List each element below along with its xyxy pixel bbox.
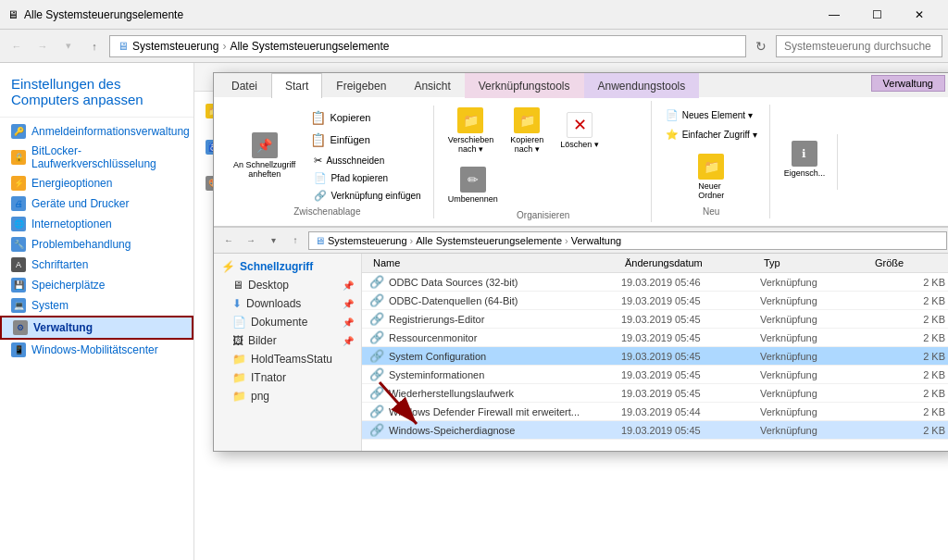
dokumente-pin: 📌 <box>343 317 354 328</box>
rename-button[interactable]: ✏ Umbenennen <box>442 162 505 208</box>
tab-datei[interactable]: Datei <box>218 73 271 98</box>
cp-item-bitlocker[interactable]: 🔒 BitLocker-Laufwerkverschlüsselung <box>0 142 193 173</box>
internet-icon: 🌐 <box>11 217 26 231</box>
tab-ansicht[interactable]: Ansicht <box>400 73 464 98</box>
sidebar-bilder[interactable]: 🖼 Bilder 📌 <box>214 331 361 350</box>
cut-button[interactable]: ✂ Ausschneiden <box>307 152 427 169</box>
window-icon: 🖥 <box>7 8 19 21</box>
new-buttons: 📄 Neues Element ▾ ⭐ Einfacher Zugriff ▾ … <box>659 106 764 205</box>
copy-to-icon: 📁 <box>514 107 540 133</box>
geraete-icon: 🖨 <box>11 196 26 211</box>
pin-button[interactable]: 📌 An Schnellzugriffanheften <box>227 128 302 183</box>
copy-to-button[interactable]: 📁 Kopierennach ▾ <box>504 103 550 158</box>
breadcrumb-icon: 🖥 <box>118 40 129 53</box>
sidebar-itnator[interactable]: 📁 ITnator <box>214 368 361 387</box>
cp-item-internet[interactable]: 🌐 Internetoptionen <box>0 214 193 234</box>
new-item-icon: 📄 <box>666 109 679 121</box>
col-type[interactable]: Typ <box>760 255 871 270</box>
search-input[interactable] <box>776 35 942 57</box>
exp-recent-btn[interactable]: ▾ <box>264 231 282 250</box>
new-item-button[interactable]: 📄 Neues Element ▾ <box>659 106 764 124</box>
file-row-odbc64[interactable]: 🔗 ODBC-Datenquellen (64-Bit) 19.03.2019 … <box>362 292 948 310</box>
recent-button[interactable]: ▾ <box>57 35 80 57</box>
delete-icon: ✕ <box>567 112 592 138</box>
copy-path-button[interactable]: 📄 Pfad kopieren <box>307 169 427 187</box>
bitlocker-icon: 🔒 <box>11 150 26 165</box>
tab-freigeben[interactable]: Freigeben <box>322 73 400 98</box>
file-row-odbc32[interactable]: 🔗 ODBC Data Sources (32-bit) 19.03.2019 … <box>362 273 948 292</box>
cp-item-verwaltung[interactable]: ⚙ Verwaltung <box>0 316 193 340</box>
easy-access-button[interactable]: ⭐ Einfacher Zugriff ▾ <box>659 126 764 143</box>
verwaltung-icon: ⚙ <box>13 320 28 335</box>
explorer-addr: ← → ▾ ↑ 🖥 Systemsteuerung › Alle Systems… <box>214 228 948 254</box>
paste-button[interactable]: 📋 Einfügen <box>304 130 427 150</box>
dokumente-icon: 📄 <box>232 316 246 329</box>
new-label: Neu <box>703 206 719 217</box>
file-row-sysconfig[interactable]: 🔗 System Configuration 19.03.2019 05:45 … <box>362 347 948 366</box>
exp-forward-button[interactable]: → <box>242 231 260 250</box>
sidebar-png[interactable]: 📁 png <box>214 387 361 405</box>
sidebar-downloads[interactable]: ⬇ Downloads 📌 <box>214 294 361 313</box>
file-row-sysinfo[interactable]: 🔗 Systeminformationen 19.03.2019 05:45 V… <box>362 366 948 384</box>
left-panel: Einstellungen des Computers anpassen 🔑 A… <box>0 63 194 560</box>
cp-item-speicher[interactable]: 💾 Speicherplätze <box>0 275 193 295</box>
new-folder-button[interactable]: 📁 NeuerOrdner <box>692 149 730 205</box>
sysconfig-icon: 🔗 <box>369 349 384 363</box>
sidebar-desktop[interactable]: 🖥 Desktop 📌 <box>214 276 361 294</box>
forward-button[interactable]: → <box>31 35 54 57</box>
cp-item-energie[interactable]: ⚡ Energieoptionen <box>0 173 193 193</box>
minimize-button[interactable]: — <box>813 0 855 30</box>
sidebar-holdteams[interactable]: 📁 HoldTeamsStatu <box>214 350 361 368</box>
address-path[interactable]: 🖥 Systemsteuerung › Alle Systemsteuerung… <box>109 35 746 57</box>
close-button[interactable]: ✕ <box>898 0 941 30</box>
paste-icon: 📋 <box>310 132 326 147</box>
cp-item-system[interactable]: 💻 System <box>0 295 193 316</box>
exp-up-button[interactable]: ↑ <box>286 231 305 250</box>
bilder-pin: 📌 <box>343 336 354 346</box>
tab-anwendungstools[interactable]: Anwendungstools <box>584 73 700 98</box>
col-size[interactable]: Größe <box>871 255 945 270</box>
back-button[interactable]: ← <box>6 35 28 57</box>
cp-item-problem[interactable]: 🔧 Problembehandlung <box>0 234 193 255</box>
cp-item-geraete[interactable]: 🖨 Geräte und Drucker <box>0 193 193 214</box>
copy-button[interactable]: 📋 Kopieren <box>304 107 427 128</box>
energie-icon: ⚡ <box>11 176 26 191</box>
address-bar: ← → ▾ ↑ 🖥 Systemsteuerung › Alle Systems… <box>0 30 948 63</box>
paste-link-button[interactable]: 🔗 Verknüpfung einfügen <box>307 187 427 205</box>
tab-verknupfungstools[interactable]: Verknüpfungstools <box>465 73 584 98</box>
ribbon-tabs: Datei Start Freigeben Ansicht Verknüpfun… <box>214 73 948 97</box>
cp-item-windows-mob[interactable]: 📱 Windows-Mobilitätscenter <box>0 340 193 360</box>
scissors-icon: ✂ <box>314 155 322 167</box>
properties-button[interactable]: ℹ Eigensch... <box>778 136 832 182</box>
regedit-icon: 🔗 <box>369 312 384 326</box>
col-date[interactable]: Änderungsdatum <box>621 255 760 270</box>
file-row-recovery[interactable]: 🔗 Wiederherstellungslaufwerk 19.03.2019 … <box>362 384 948 403</box>
schrift-icon: A <box>11 257 26 272</box>
sidebar-dokumente[interactable]: 📄 Dokumente 📌 <box>214 313 361 331</box>
file-row-winmem[interactable]: 🔗 Windows-Speicherdiagnose 19.03.2019 05… <box>362 421 948 440</box>
maximize-button[interactable]: ☐ <box>855 0 898 30</box>
png-icon: 📁 <box>232 390 246 403</box>
schnell-icon: ⚡ <box>221 260 235 273</box>
explorer-content: ⚡ Schnellzugriff 🖥 Desktop 📌 ⬇ Downloads… <box>214 254 948 451</box>
cp-item-schrift[interactable]: A Schriftarten <box>0 255 193 275</box>
clipboard-label: Zwischenablage <box>293 206 360 217</box>
up-button[interactable]: ↑ <box>83 35 106 57</box>
cp-item-anmelde[interactable]: 🔑 Anmeldeinformationsverwaltung <box>0 121 193 142</box>
exp-path[interactable]: 🖥 Systemsteuerung › Alle Systemsteuerung… <box>308 231 947 250</box>
delete-button[interactable]: ✕ Löschen ▾ <box>554 107 605 154</box>
rename-icon: ✏ <box>460 167 486 193</box>
file-row-regedit[interactable]: 🔗 Registrierungs-Editor 19.03.2019 05:45… <box>362 310 948 329</box>
props-icon: ℹ <box>792 141 817 167</box>
sidebar-schnell[interactable]: ⚡ Schnellzugriff <box>214 257 361 276</box>
exp-back-button[interactable]: ← <box>219 231 238 250</box>
move-to-button[interactable]: 📁 Verschiebennach ▾ <box>442 103 501 158</box>
file-list-header: Name Änderungsdatum Typ Größe <box>362 254 948 273</box>
tab-start[interactable]: Start <box>271 73 322 98</box>
main-area: Einstellungen des Computers anpassen 🔑 A… <box>0 63 948 560</box>
col-name[interactable]: Name <box>369 255 621 270</box>
file-row-resmon[interactable]: 🔗 Ressourcenmonitor 19.03.2019 05:45 Ver… <box>362 329 948 347</box>
new-folder-icon: 📁 <box>698 154 724 180</box>
file-row-firewall[interactable]: 🔗 Windows Defender Firewall mit erweiter… <box>362 403 948 421</box>
refresh-button[interactable]: ↻ <box>750 35 772 57</box>
